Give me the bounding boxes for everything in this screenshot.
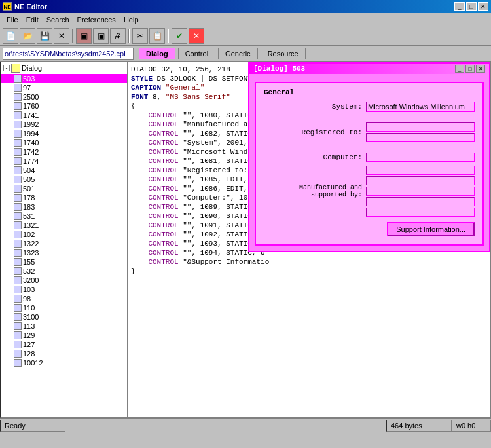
tree-item-1742[interactable]: 1742	[1, 147, 127, 157]
menu-help[interactable]: Help	[120, 14, 143, 25]
toolbar-check[interactable]: ✔	[172, 28, 187, 44]
tree-icon-532	[14, 267, 22, 275]
tree-item-1321[interactable]: 1321	[1, 221, 127, 230]
support-info-button[interactable]: Support Information...	[387, 222, 475, 236]
dialog-system-input[interactable]	[366, 102, 475, 112]
dialog-registered-input-1[interactable]	[366, 122, 475, 132]
tabs-container: Dialog Control Generic Resource	[139, 48, 307, 59]
toolbar-sep-1	[72, 29, 73, 43]
tree-item-98[interactable]: 98	[1, 294, 127, 303]
tab-generic[interactable]: Generic	[218, 48, 258, 59]
dialog-title: [Dialog] 503	[253, 65, 305, 73]
tree-icon-127	[14, 341, 22, 348]
dialog-minimize[interactable]: _	[455, 65, 464, 73]
tree-item-155[interactable]: 155	[1, 257, 127, 267]
address-input[interactable]	[3, 48, 134, 60]
app-icon: NE	[3, 2, 12, 11]
close-button[interactable]: ✕	[478, 2, 488, 11]
tab-dialog[interactable]: Dialog	[139, 48, 175, 59]
tree-label-97: 97	[23, 84, 31, 92]
dialog-manufactured-input-2[interactable]	[366, 176, 475, 185]
status-ready-text: Ready	[5, 422, 26, 430]
tree-item-2500[interactable]: 2500	[1, 92, 127, 102]
tree-item-505[interactable]: 505	[1, 175, 127, 184]
tree-item-501[interactable]: 501	[1, 184, 127, 193]
dialog-manufactured-input-5[interactable]	[366, 208, 475, 217]
tree-item-103[interactable]: 103	[1, 285, 127, 294]
toolbar-close[interactable]: ✕	[54, 28, 69, 44]
status-pos-text: w0 h0	[456, 422, 475, 430]
tree-item-110[interactable]: 110	[1, 303, 127, 312]
tree-root-expand[interactable]: -	[3, 65, 10, 71]
toolbar-save[interactable]: 💾	[37, 28, 52, 44]
tree-item-503[interactable]: 503	[1, 74, 127, 83]
tree-item-1774[interactable]: 1774	[1, 157, 127, 166]
tree-root[interactable]: - Dialog	[1, 62, 127, 74]
maximize-button[interactable]: □	[466, 2, 477, 11]
toolbar-cut[interactable]: ✂	[132, 28, 148, 44]
tree-item-1322[interactable]: 1322	[1, 239, 127, 248]
toolbar-copy[interactable]: 📋	[149, 28, 165, 44]
toolbar-sep-3	[168, 29, 169, 43]
tree-item-178[interactable]: 178	[1, 193, 127, 202]
tree-item-113[interactable]: 113	[1, 322, 127, 331]
toolbar-btn5[interactable]: ▣	[76, 28, 92, 44]
toolbar-print[interactable]: 🖨	[110, 28, 126, 44]
tree-item-183[interactable]: 183	[1, 202, 127, 212]
tree-item-1994[interactable]: 1994	[1, 129, 127, 138]
tree-item-1741[interactable]: 1741	[1, 111, 127, 120]
dialog-manufactured-label: Manufactured and supported by:	[264, 184, 362, 198]
tree-item-129[interactable]: 129	[1, 331, 127, 340]
minimize-button[interactable]: _	[454, 2, 465, 11]
dialog-registered-input-2[interactable]	[366, 133, 475, 142]
tree-item-102[interactable]: 102	[1, 230, 127, 239]
dialog-computer-input[interactable]	[366, 153, 475, 162]
menu-edit[interactable]: Edit	[22, 14, 43, 25]
tree-root-icon	[11, 64, 20, 73]
window-title: NE Editor	[14, 3, 47, 10]
tree-icon-102	[14, 231, 22, 238]
tree-item-128[interactable]: 128	[1, 349, 127, 358]
tree-item-532[interactable]: 532	[1, 267, 127, 276]
tab-resource[interactable]: Resource	[261, 48, 306, 59]
dialog-manufactured-input-1[interactable]	[366, 166, 475, 175]
tree-item-504[interactable]: 504	[1, 166, 127, 175]
tab-control[interactable]: Control	[178, 48, 215, 59]
dialog-computer-label: Computer:	[264, 153, 362, 161]
dialog-close[interactable]: ✕	[476, 65, 485, 73]
tree-panel[interactable]: - Dialog 503 97 2500 1760 1741 1992 1994…	[0, 62, 128, 418]
dialog-maximize[interactable]: □	[465, 65, 475, 73]
tree-icon-129	[14, 331, 22, 339]
tree-item-1740[interactable]: 1740	[1, 138, 127, 147]
tree-item-97[interactable]: 97	[1, 83, 127, 92]
tree-icon-155	[14, 258, 22, 266]
status-pos: w0 h0	[452, 420, 491, 432]
tree-item-1992[interactable]: 1992	[1, 120, 127, 129]
dialog-manufactured-input-4[interactable]	[366, 197, 475, 206]
toolbar-open[interactable]: 📂	[20, 28, 35, 44]
tree-icon-1321	[14, 221, 22, 229]
tree-item-3200[interactable]: 3200	[1, 276, 127, 285]
tree-icon-1742	[14, 148, 22, 156]
menu-file[interactable]: File	[3, 14, 22, 25]
tree-item-3100[interactable]: 3100	[1, 312, 127, 322]
dialog-registered-label: Registered to:	[264, 128, 362, 136]
tree-icon-503	[14, 75, 22, 83]
tree-icon-183	[14, 203, 22, 211]
tree-icon-1774	[14, 157, 22, 165]
tree-icon-1992	[14, 121, 22, 128]
toolbar-cancel[interactable]: ✕	[189, 28, 204, 44]
tree-item-10012[interactable]: 10012	[1, 358, 127, 367]
code-panel[interactable]: DIALOG 32, 10, 256, 218 STYLE DS_3DLOOK …	[128, 62, 491, 418]
dialog-field-manufactured: Manufactured and supported by:	[264, 166, 475, 217]
tree-item-1323[interactable]: 1323	[1, 248, 127, 257]
menu-preferences[interactable]: Preferences	[73, 14, 120, 25]
toolbar-new[interactable]: 📄	[3, 28, 18, 44]
dialog-body: General System: Registered to:	[249, 74, 489, 251]
dialog-manufactured-input-3[interactable]	[366, 187, 475, 196]
tree-item-127[interactable]: 127	[1, 340, 127, 349]
toolbar-btn6[interactable]: ▣	[93, 28, 109, 44]
menu-search[interactable]: Search	[43, 14, 73, 25]
tree-item-1760[interactable]: 1760	[1, 102, 127, 111]
tree-item-531[interactable]: 531	[1, 212, 127, 221]
